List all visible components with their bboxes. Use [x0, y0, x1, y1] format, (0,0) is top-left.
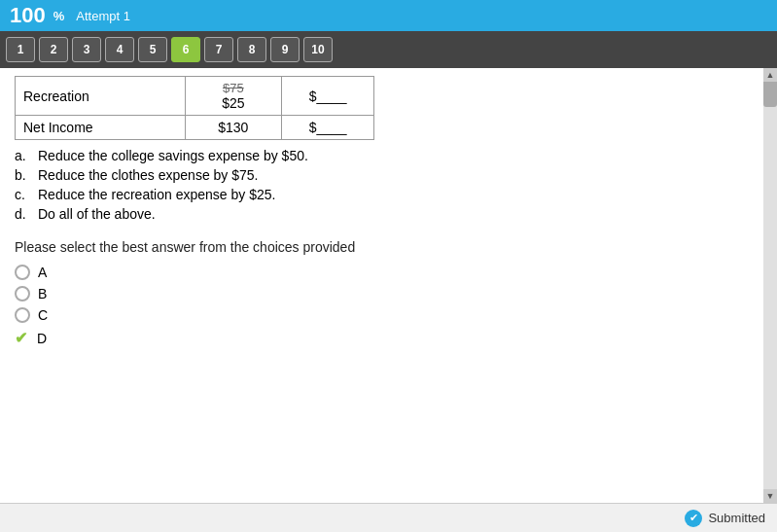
question-tabs-bar: 1 2 3 4 5 6 7 8 9 10: [0, 31, 777, 68]
table-row-recreation: Recreation $75 $25 $____: [16, 77, 374, 116]
attempt-label: Attempt 1: [76, 9, 130, 23]
main-content: Recreation $75 $25 $____ Net Income $130…: [0, 68, 777, 503]
tab-8[interactable]: 8: [237, 37, 266, 62]
net-income-value: $130: [185, 116, 282, 140]
radio-circle-a: [15, 265, 30, 280]
scroll-down-arrow[interactable]: ▼: [763, 489, 777, 503]
tab-4[interactable]: 4: [105, 37, 134, 62]
choice-d-letter: d.: [15, 206, 30, 222]
header-bar: 100 % Attempt 1: [0, 0, 777, 31]
tab-10[interactable]: 10: [303, 37, 333, 62]
choice-c: c. Reduce the recreation expense by $25.: [15, 187, 762, 202]
choice-b: b. Reduce the clothes expense by $75.: [15, 167, 762, 183]
recreation-old-value: $75: [223, 81, 244, 95]
recreation-values: $75 $25: [185, 77, 282, 116]
budget-table: Recreation $75 $25 $____ Net Income $130…: [15, 76, 374, 140]
choice-d: d. Do all of the above.: [15, 206, 762, 222]
scrollbar-track: [763, 68, 777, 503]
tab-3[interactable]: 3: [72, 37, 101, 62]
radio-label-d: D: [37, 331, 47, 346]
tab-2[interactable]: 2: [39, 37, 68, 62]
radio-option-d[interactable]: ✔ D: [15, 329, 762, 347]
choice-b-text: Reduce the clothes expense by $75.: [38, 167, 259, 183]
instruction-text: Please select the best answer from the c…: [15, 239, 762, 255]
tab-9[interactable]: 9: [270, 37, 300, 62]
tab-6[interactable]: 6: [171, 37, 200, 62]
recreation-label: Recreation: [16, 77, 186, 116]
radio-circle-c: [15, 307, 30, 323]
footer-bar: ✔ Submitted: [0, 503, 777, 532]
scroll-up-arrow[interactable]: ▲: [763, 68, 777, 82]
radio-options: A B C ✔ D: [15, 265, 762, 347]
submitted-label: Submitted: [708, 511, 765, 525]
choices-list: a. Reduce the college savings expense by…: [15, 148, 762, 222]
tab-1[interactable]: 1: [6, 37, 35, 62]
score-percent: %: [53, 9, 65, 23]
score-value: 100: [10, 3, 46, 28]
submitted-icon: ✔: [685, 510, 702, 527]
choice-c-letter: c.: [15, 187, 30, 202]
radio-option-b[interactable]: B: [15, 286, 762, 301]
checkmark-icon: ✔: [15, 329, 27, 347]
choice-b-letter: b.: [15, 167, 30, 183]
choice-d-text: Do all of the above.: [38, 206, 156, 222]
net-income-label: Net Income: [16, 116, 186, 140]
radio-option-c[interactable]: C: [15, 307, 762, 323]
tab-5[interactable]: 5: [138, 37, 167, 62]
radio-label-a: A: [38, 265, 47, 280]
net-income-answer: $____: [282, 116, 374, 140]
choice-a: a. Reduce the college savings expense by…: [15, 148, 762, 163]
choice-c-text: Reduce the recreation expense by $25.: [38, 187, 275, 202]
table-row-net-income: Net Income $130 $____: [16, 116, 374, 140]
recreation-new-value: $25: [222, 95, 244, 111]
choice-a-text: Reduce the college savings expense by $5…: [38, 148, 308, 163]
choice-a-letter: a.: [15, 148, 30, 163]
tab-7[interactable]: 7: [204, 37, 233, 62]
radio-option-a[interactable]: A: [15, 265, 762, 280]
radio-label-b: B: [38, 286, 47, 301]
recreation-answer: $____: [282, 77, 374, 116]
radio-label-c: C: [38, 307, 48, 323]
radio-circle-b: [15, 286, 30, 301]
